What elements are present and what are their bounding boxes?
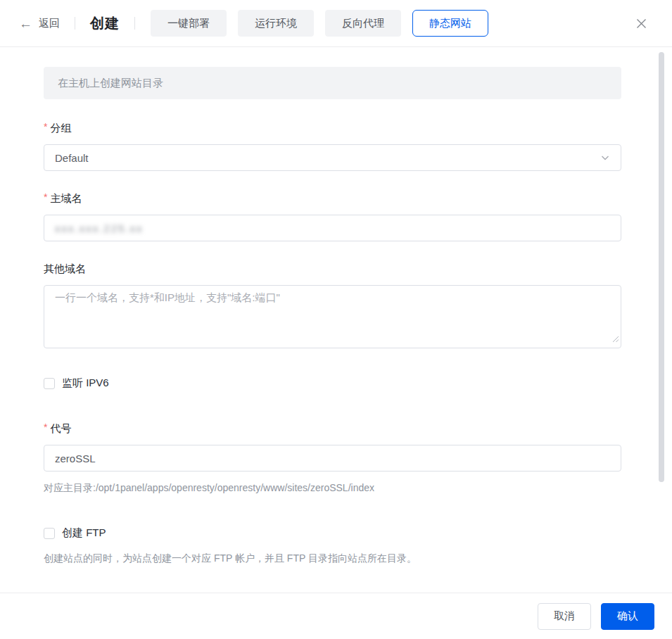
group-label-text: 分组: [50, 120, 71, 135]
cancel-button[interactable]: 取消: [538, 603, 591, 630]
form-item-group: * 分组 Default: [44, 120, 621, 171]
back-arrow-icon: ←: [19, 17, 32, 30]
code-label: * 代号: [44, 421, 621, 436]
tab-runtime-environment[interactable]: 运行环境: [238, 10, 314, 37]
create-ftp-row[interactable]: 创建 FTP: [44, 526, 621, 540]
form-content: 在主机上创建网站目录 * 分组 Default * 主域名: [0, 48, 621, 565]
confirm-button[interactable]: 确认: [601, 603, 654, 630]
group-label: * 分组: [44, 120, 621, 135]
info-banner: 在主机上创建网站目录: [44, 67, 621, 99]
main-domain-redacted-value: xxx.xxx.225.xx: [55, 222, 144, 234]
required-asterisk: *: [44, 421, 47, 434]
dialog-body: 在主机上创建网站目录 * 分组 Default * 主域名: [0, 48, 672, 593]
dialog-footer: 取消 确认: [0, 593, 672, 639]
main-domain-label-text: 主域名: [50, 191, 82, 205]
create-type-tabs: 一键部署 运行环境 反向代理 静态网站: [151, 10, 488, 37]
close-button[interactable]: [634, 16, 649, 31]
form-item-main-domain: * 主域名 xxx.xxx.225.xx: [44, 191, 621, 241]
group-select[interactable]: Default: [44, 144, 621, 171]
create-ftp-label: 创建 FTP: [62, 526, 106, 540]
required-asterisk: *: [44, 120, 47, 134]
back-button[interactable]: ← 返回: [19, 17, 60, 30]
header-divider: [134, 17, 135, 30]
code-input[interactable]: [44, 445, 621, 472]
chevron-down-icon: [600, 153, 610, 163]
form-item-code: * 代号 对应主目录:/opt/1panel/apps/openresty/op…: [44, 421, 621, 494]
tab-static-website[interactable]: 静态网站: [412, 10, 488, 37]
other-domains-label-text: 其他域名: [44, 261, 86, 276]
vertical-scrollbar-thumb[interactable]: [659, 52, 664, 482]
form-item-other-domains: 其他域名: [44, 261, 621, 348]
info-banner-text: 在主机上创建网站目录: [58, 77, 163, 90]
group-select-value: Default: [55, 152, 600, 164]
code-label-text: 代号: [50, 421, 71, 436]
listen-ipv6-label: 监听 IPV6: [62, 377, 109, 390]
listen-ipv6-checkbox[interactable]: [44, 378, 55, 389]
close-icon: [634, 16, 649, 31]
other-domains-label: 其他域名: [44, 261, 621, 276]
create-ftp-help-text: 创建站点的同时，为站点创建一个对应 FTP 帐户，并且 FTP 目录指向站点所在…: [44, 552, 621, 565]
listen-ipv6-row[interactable]: 监听 IPV6: [44, 377, 621, 390]
tab-reverse-proxy[interactable]: 反向代理: [325, 10, 401, 37]
create-ftp-checkbox[interactable]: [44, 528, 55, 539]
dialog-header: ← 返回 创建 一键部署 运行环境 反向代理 静态网站: [0, 0, 672, 47]
code-help-text: 对应主目录:/opt/1panel/apps/openresty/openres…: [44, 481, 621, 494]
main-domain-input[interactable]: xxx.xxx.225.xx: [44, 215, 621, 241]
main-domain-label: * 主域名: [44, 191, 621, 205]
header-divider: [75, 17, 75, 30]
tab-one-click-deploy[interactable]: 一键部署: [151, 10, 227, 37]
required-asterisk: *: [44, 191, 47, 204]
back-label: 返回: [39, 17, 60, 30]
other-domains-textarea[interactable]: [44, 285, 621, 348]
page-title: 创建: [90, 14, 120, 33]
